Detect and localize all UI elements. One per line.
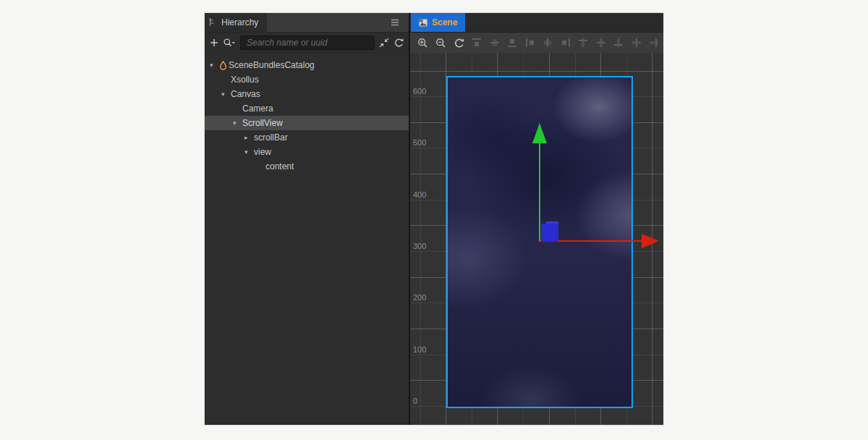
- distribute-bottom-icon: [613, 38, 624, 48]
- tree-item-camera[interactable]: Camera: [205, 101, 409, 116]
- gizmo-x-axis-arrow-icon[interactable]: [642, 234, 659, 248]
- align-right-icon: [561, 38, 571, 48]
- ruler-label: 0: [413, 396, 432, 406]
- zoom-in-icon[interactable]: [417, 38, 428, 48]
- tree-item-label: scrollBar: [254, 132, 288, 143]
- tree-expand-arrow-icon[interactable]: ▾: [210, 58, 219, 72]
- ruler-label: 300: [413, 241, 432, 251]
- distribute-top-icon: [578, 38, 588, 48]
- tree-item-scenebundlescatalog[interactable]: ▾SceneBundlesCatalog: [205, 58, 409, 72]
- tree-expand-arrow-icon[interactable]: ▾: [244, 145, 254, 159]
- hierarchy-toolbar: [205, 33, 409, 54]
- scene-asset-icon: [219, 61, 229, 70]
- tree-item-label: Camera: [242, 103, 273, 114]
- tab-scene[interactable]: Scene: [411, 13, 465, 32]
- scene-icon: [419, 19, 427, 27]
- create-node-button[interactable]: [210, 38, 218, 47]
- refresh-button[interactable]: [393, 38, 404, 48]
- editor-workspace: Hierarchy ▾SceneBundlesCatalogXsollus▾Ca…: [205, 13, 663, 425]
- ruler-label: 500: [413, 138, 432, 148]
- tree-item-label: SceneBundlesCatalog: [229, 60, 315, 70]
- distribute-horizontal-center-icon: [631, 38, 642, 48]
- hierarchy-panel: Hierarchy ▾SceneBundlesCatalogXsollus▾Ca…: [205, 13, 409, 425]
- align-left-icon: [525, 38, 535, 48]
- ruler-label: 600: [413, 86, 432, 96]
- tab-hierarchy[interactable]: Hierarchy: [205, 13, 267, 32]
- tree-item-canvas[interactable]: ▾Canvas: [205, 87, 409, 101]
- selected-node-rect[interactable]: [541, 224, 558, 242]
- scene-panel: Scene 6005004003002001000: [409, 13, 663, 425]
- distribute-right-icon: [649, 38, 659, 48]
- ruler-label: 200: [413, 292, 432, 302]
- panel-menu-icon[interactable]: [390, 19, 400, 26]
- tree-item-xsollus[interactable]: Xsollus: [205, 72, 409, 87]
- hierarchy-tabbar: Hierarchy: [205, 13, 409, 33]
- search-input[interactable]: [240, 35, 375, 50]
- tree-expand-arrow-icon[interactable]: ▸: [244, 130, 254, 145]
- tree-item-view[interactable]: ▾view: [205, 145, 409, 159]
- hierarchy-icon: [208, 18, 217, 27]
- tab-scene-label: Scene: [432, 17, 457, 28]
- tree-item-label: ScrollView: [242, 118, 283, 128]
- align-top-icon: [472, 38, 482, 48]
- scene-viewport[interactable]: 6005004003002001000: [410, 53, 663, 425]
- tree-expand-arrow-icon[interactable]: ▾: [233, 116, 242, 130]
- distribute-vertical-center-icon: [596, 38, 606, 48]
- search-filter-button[interactable]: [223, 38, 236, 48]
- ruler-label: 100: [413, 344, 432, 355]
- tree-item-scrollbar[interactable]: ▸scrollBar: [205, 130, 409, 145]
- scene-tabbar: Scene: [410, 13, 663, 33]
- collapse-all-button[interactable]: [379, 38, 389, 48]
- align-vertical-center-icon: [490, 38, 500, 48]
- hierarchy-tree: ▾SceneBundlesCatalogXsollus▾CanvasCamera…: [205, 54, 409, 425]
- tree-item-content[interactable]: content: [205, 159, 409, 174]
- tree-item-label: view: [254, 147, 271, 157]
- ruler-label: 400: [413, 190, 432, 200]
- tree-item-scrollview[interactable]: ▾ScrollView: [205, 116, 409, 130]
- scene-toolbar: [410, 33, 663, 53]
- gizmo-y-axis[interactable]: [539, 143, 540, 242]
- zoom-out-icon[interactable]: [435, 38, 446, 48]
- tab-hierarchy-label: Hierarchy: [221, 17, 258, 28]
- reset-view-icon[interactable]: [454, 38, 464, 48]
- align-bottom-icon: [507, 38, 517, 48]
- tree-item-label: content: [265, 161, 294, 172]
- tree-item-label: Canvas: [231, 89, 260, 99]
- tree-expand-arrow-icon[interactable]: ▾: [221, 87, 231, 101]
- tree-item-label: Xsollus: [231, 75, 259, 85]
- gizmo-y-axis-arrow-icon[interactable]: [532, 123, 547, 143]
- align-horizontal-center-icon: [542, 38, 553, 48]
